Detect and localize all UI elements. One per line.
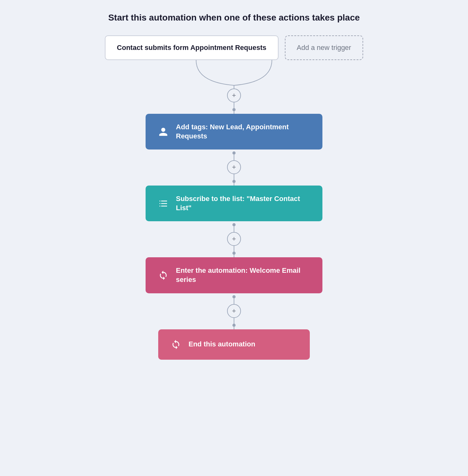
action-subscribe-list[interactable]: Subscribe to the list: "Master Contact L… [146,186,322,221]
action-add-tags[interactable]: Add tags: New Lead, Appointment Requests [146,114,322,150]
list-icon [157,197,170,210]
connector-6 [232,293,236,304]
connector-3 [232,174,236,186]
connector-1 [232,102,236,114]
action-end-automation[interactable]: End this automation [158,329,310,360]
trigger-add-new[interactable]: Add a new trigger [285,35,363,60]
action-subscribe-label: Subscribe to the list: "Master Contact L… [176,194,311,212]
triggers-row: Contact submits form Appointment Request… [92,35,376,60]
add-step-button-4[interactable]: + [227,304,241,318]
action-enter-automation[interactable]: Enter the automation: Welcome Email seri… [146,257,322,293]
sync-icon-1 [157,269,170,282]
connector-7 [232,318,236,329]
connector-2 [232,150,236,160]
action-add-tags-label: Add tags: New Lead, Appointment Requests [176,123,311,141]
action-end-automation-label: End this automation [189,340,255,349]
person-icon [157,125,170,138]
connector-4 [232,221,236,232]
trigger-primary[interactable]: Contact submits form Appointment Request… [105,35,278,60]
action-enter-automation-label: Enter the automation: Welcome Email seri… [176,266,311,284]
sync-icon-2 [170,338,182,351]
add-step-button-1[interactable]: + [227,88,241,102]
merge-lines-svg [146,60,322,88]
page-title: Start this automation when one of these … [108,13,360,23]
add-step-button-3[interactable]: + [227,232,241,246]
add-step-button-2[interactable]: + [227,160,241,174]
connector-5 [232,246,236,257]
